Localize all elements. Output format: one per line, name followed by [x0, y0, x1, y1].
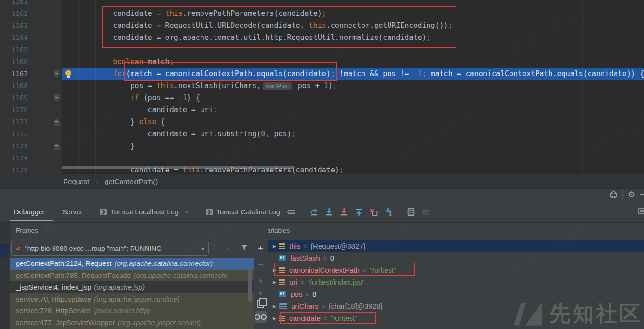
- code-line-1164: candidate = org.apache.tomcat.util.http.…: [0, 32, 644, 44]
- inline-values-settings-icon[interactable]: [422, 208, 430, 216]
- variable-name: lastSlash: [291, 254, 320, 262]
- field-type-icon: [279, 279, 285, 285]
- intention-bulb-icon[interactable]: [65, 70, 72, 77]
- equals-sign: =: [362, 266, 367, 274]
- threads-view-icon[interactable]: [288, 208, 296, 216]
- toolwindow-tab-bar: DebuggerServer❯Tomcat Localhost Log×❯Tom…: [0, 202, 644, 223]
- breadcrumb-class[interactable]: Request: [63, 178, 89, 185]
- breadcrumb-method[interactable]: getContextPath(): [105, 178, 158, 185]
- close-icon[interactable]: ×: [184, 208, 188, 216]
- line-number[interactable]: 1171: [0, 116, 61, 128]
- code-line-1169: if (pos == -1) {: [0, 92, 644, 104]
- equals-sign: =: [322, 302, 326, 310]
- line-number[interactable]: 1161: [0, 0, 61, 8]
- duplicate-watch-icon[interactable]: [257, 300, 264, 308]
- tab-debugger[interactable]: Debugger: [7, 202, 55, 222]
- hide-frames-filter-icon[interactable]: [241, 244, 248, 251]
- code-line-1172: candidate = uri.substring(0, pos);: [0, 128, 644, 140]
- editor-gutter[interactable]: 1161116211631164116511661167116811691170…: [0, 0, 62, 174]
- expand-arrow-icon[interactable]: ▶: [270, 268, 279, 273]
- equals-sign: =: [323, 314, 328, 322]
- debug-step-toolbar: [288, 202, 430, 222]
- variable-row-candidate[interactable]: ▶candidate="/urltest": [268, 312, 644, 324]
- divider: [400, 207, 400, 217]
- variable-row-canonicalContextPath[interactable]: ▶canonicalContextPath="/urltest": [268, 264, 644, 276]
- variable-value: 0: [330, 254, 334, 262]
- thread-selector[interactable]: ✔ "http-bio-8080-exec-...roup "main": RU…: [11, 241, 209, 256]
- frame-row[interactable]: getContextPath:785, RequestFacade(org.ap…: [10, 270, 254, 282]
- frame-package: (org.apache.catalina.connecto: [134, 272, 228, 279]
- new-watch-icon[interactable]: +: [254, 243, 268, 254]
- step-out-icon[interactable]: [355, 208, 363, 216]
- equals-sign: =: [300, 278, 305, 286]
- hide-icon[interactable]: [640, 194, 644, 195]
- line-number[interactable]: 1169: [0, 92, 61, 104]
- stripe-button[interactable]: [0, 244, 9, 257]
- restore-layout-icon[interactable]: [609, 191, 617, 199]
- line-number[interactable]: 1175: [0, 164, 61, 174]
- show-watches-icon[interactable]: [255, 311, 267, 323]
- frame-location: service:728, HttpServlet: [16, 307, 90, 315]
- drop-frame-icon[interactable]: [370, 208, 378, 216]
- line-number[interactable]: 1163: [0, 20, 61, 32]
- tab-tomcat-catalina-log[interactable]: ❯Tomcat Catalina Log×: [199, 202, 300, 222]
- line-number[interactable]: 1164: [0, 32, 61, 44]
- variable-name: uri: [289, 278, 297, 286]
- variable-name: this: [289, 242, 300, 250]
- run-to-cursor-icon[interactable]: [385, 208, 393, 216]
- frame-row[interactable]: service:728, HttpServlet(javax.servlet.h…: [10, 305, 254, 317]
- expand-arrow-icon[interactable]: ▶: [270, 280, 279, 285]
- primitive-type-icon: 01: [279, 255, 286, 261]
- tab-label: Tomcat Catalina Log: [216, 208, 280, 216]
- expand-arrow-icon[interactable]: ▶: [270, 304, 279, 309]
- frame-row[interactable]: service:477, JspServletWrapper(org.apach…: [10, 317, 254, 329]
- tab-server[interactable]: Server: [55, 202, 94, 222]
- frame-location: service:477, JspServletWrapper: [16, 319, 115, 327]
- code-line-1167: for(match = canonicalContextPath.equals(…: [61, 68, 644, 80]
- variable-row-pos[interactable]: 01pos=8: [268, 288, 644, 300]
- indent-guide: [95, 0, 96, 174]
- step-over-icon[interactable]: [310, 208, 318, 216]
- panel-options-icon[interactable]: [638, 208, 644, 214]
- next-frame-icon[interactable]: ↓: [226, 242, 230, 252]
- frames-scrollbar[interactable]: [248, 268, 252, 302]
- line-number[interactable]: 1172: [0, 128, 61, 140]
- move-down-icon[interactable]: ▼: [254, 290, 268, 296]
- line-number[interactable]: 1167: [0, 68, 61, 80]
- previous-frame-icon[interactable]: ↑: [212, 242, 216, 252]
- console-icon: ❯: [100, 209, 107, 215]
- gear-icon[interactable]: ⚙: [628, 190, 635, 199]
- frame-package: (org.apache.jasper.runtime): [94, 295, 180, 303]
- line-number[interactable]: 1162: [0, 8, 61, 20]
- expand-arrow-icon[interactable]: ▶: [270, 244, 279, 249]
- line-number[interactable]: 1168: [0, 80, 61, 92]
- force-step-into-icon[interactable]: [340, 208, 348, 216]
- right-margin-line: [582, 0, 583, 174]
- variable-name: canonicalContextPath: [289, 266, 360, 274]
- code-line-1174: [0, 152, 644, 164]
- editor-horizontal-scrollbar[interactable]: [62, 166, 294, 169]
- expand-arrow-icon[interactable]: ▶: [270, 316, 279, 321]
- line-number[interactable]: 1170: [0, 104, 61, 116]
- frame-row[interactable]: _jspService:4, index_jsp(org.apache.jsp): [10, 281, 254, 293]
- tab-tomcat-localhost-log[interactable]: ❯Tomcat Localhost Log×: [93, 202, 199, 222]
- variable-row-uri[interactable]: ▶uri="/urltest/index.jsp": [268, 276, 644, 288]
- frame-row[interactable]: service:70, HttpJspBase(org.apache.jaspe…: [10, 293, 254, 305]
- code-editor[interactable]: candidate = this.removePathParameters(ca…: [0, 0, 644, 174]
- indent-guide: [78, 0, 79, 174]
- line-number[interactable]: 1165: [0, 44, 61, 56]
- frame-row[interactable]: getContextPath:2124, Request(org.apache.…: [10, 258, 254, 270]
- line-number[interactable]: 1166: [0, 56, 61, 68]
- evaluate-expression-icon[interactable]: [407, 208, 415, 216]
- breadcrumb-separator-icon: ›: [96, 178, 98, 185]
- variable-row-lastSlash[interactable]: 01lastSlash=0: [268, 252, 644, 264]
- line-number[interactable]: 1173: [0, 140, 61, 152]
- step-into-icon[interactable]: [325, 208, 333, 216]
- line-number[interactable]: 1174: [0, 152, 61, 164]
- variable-value: "/urltest": [370, 266, 397, 274]
- variable-row-uriChars[interactable]: ▶uriChars={char[18]@3928}: [268, 300, 644, 312]
- variable-row-this[interactable]: ▶this={Request@3827}: [268, 240, 644, 252]
- field-type-icon: [279, 267, 285, 273]
- move-up-icon[interactable]: ▲: [254, 277, 268, 283]
- remove-watch-icon[interactable]: −: [254, 260, 268, 270]
